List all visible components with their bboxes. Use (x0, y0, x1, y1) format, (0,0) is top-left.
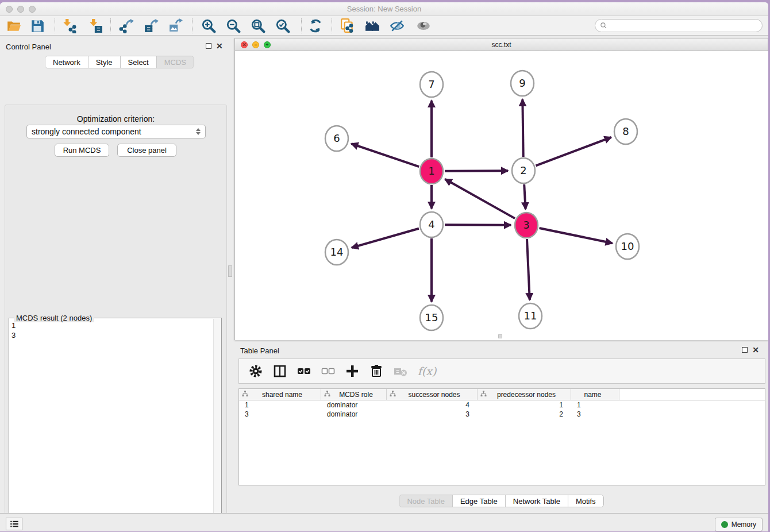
delete-table-disabled-icon (392, 363, 409, 379)
run-mcds-button[interactable]: Run MCDS (55, 144, 109, 157)
close-panel-icon[interactable]: ✕ (216, 43, 223, 49)
import-network-icon[interactable] (60, 18, 78, 33)
node-table: shared nameMCDS rolesuccessor nodesprede… (238, 388, 765, 485)
table-row[interactable]: 3dominator323 (239, 410, 765, 419)
console-button[interactable] (6, 518, 22, 530)
zoom-in-icon[interactable] (200, 18, 217, 33)
export-image-icon[interactable] (167, 18, 184, 33)
select-all-icon[interactable] (295, 363, 313, 379)
duplicate-network-icon[interactable] (338, 18, 356, 33)
control-panel-title: Control Panel (6, 43, 51, 51)
graph-node-8[interactable]: 8 (614, 119, 637, 144)
graph-edge-3-11[interactable] (527, 239, 530, 300)
toolbar-separator (55, 18, 55, 33)
status-bar: Memory (0, 513, 768, 531)
graph-edge-4-3[interactable] (445, 225, 511, 225)
graph-node-6[interactable]: 6 (325, 126, 348, 151)
graph-edge-1-6[interactable] (352, 144, 419, 167)
title-bar[interactable]: Session: New Session (0, 2, 768, 16)
criterion-value: strongly connected component (32, 127, 141, 136)
toolbar-separator (301, 18, 302, 33)
graph-edge-2-3[interactable] (524, 184, 525, 209)
table-tab-network-table[interactable]: Network Table (505, 495, 568, 507)
table-tab-node-table[interactable]: Node Table (399, 495, 452, 507)
mcds-result-lines: 13 (11, 321, 212, 531)
memory-button[interactable]: Memory (715, 518, 763, 531)
graph-node-3[interactable]: 3 (515, 213, 538, 238)
column-header-MCDS-role[interactable]: MCDS role (321, 389, 387, 400)
show-all-icon[interactable] (415, 18, 432, 33)
table-settings-icon[interactable] (247, 363, 264, 379)
network-title: scc.txt (235, 41, 768, 49)
close-panel-button[interactable]: Close panel (117, 144, 176, 157)
tab-network[interactable]: Network (45, 56, 88, 68)
toolbar-separator (332, 18, 332, 33)
deselect-all-icon[interactable] (319, 363, 337, 379)
graph-edge-4-14[interactable] (352, 229, 419, 248)
result-scrollbar[interactable] (213, 319, 221, 531)
split-view-icon[interactable] (271, 363, 288, 379)
table-tab-edge-table[interactable]: Edge Table (452, 495, 505, 507)
tree-sort-icon (480, 391, 487, 399)
tab-mcds[interactable]: MCDS (156, 56, 194, 68)
graph-node-15[interactable]: 15 (420, 305, 443, 330)
tab-style[interactable]: Style (88, 56, 120, 68)
float-panel-icon[interactable] (206, 43, 211, 49)
function-builder-disabled-icon: f(x) (418, 363, 436, 379)
search-icon (600, 22, 607, 29)
network-resize-handle[interactable] (498, 334, 502, 338)
toolbar-separator (110, 18, 111, 33)
graph-node-11[interactable]: 11 (519, 303, 542, 329)
hide-selected-icon[interactable] (388, 18, 406, 33)
cell-shared_name: 1 (239, 401, 321, 409)
tree-sort-icon (390, 391, 396, 399)
close-table-panel-icon[interactable]: ✕ (752, 346, 759, 353)
column-header-successor-nodes[interactable]: successor nodes (387, 389, 478, 400)
network-window-titlebar[interactable]: ✕ − + scc.txt (235, 38, 768, 51)
tab-select[interactable]: Select (120, 56, 156, 68)
main-toolbar (0, 16, 768, 36)
table-panel-title: Table Panel (240, 346, 279, 355)
search-input[interactable] (607, 20, 762, 31)
dropdown-stepper-icon (196, 128, 201, 135)
export-network-icon[interactable] (118, 18, 135, 33)
graph-node-1[interactable]: 1 (420, 159, 443, 184)
float-table-panel-icon[interactable] (742, 347, 748, 353)
zoom-fit-icon[interactable] (249, 18, 267, 33)
zoom-selected-icon[interactable] (274, 18, 291, 33)
graph-edge-2-9[interactable] (522, 99, 523, 157)
graph-node-4[interactable]: 4 (420, 212, 443, 237)
graph-node-7[interactable]: 7 (420, 72, 443, 97)
graph-node-14[interactable]: 14 (325, 240, 348, 265)
table-row[interactable]: 1dominator411 (239, 400, 765, 410)
column-header-predecessor-nodes[interactable]: predecessor nodes (478, 389, 571, 400)
mcds-panel: Optimization criterion: strongly connect… (5, 105, 227, 531)
cell-name: 3 (571, 410, 619, 418)
criterion-dropdown[interactable]: strongly connected component (26, 125, 206, 138)
refresh-view-icon[interactable] (307, 18, 324, 33)
column-header-name[interactable]: name (571, 389, 619, 400)
home-icon[interactable] (364, 18, 381, 33)
table-tab-motifs[interactable]: Motifs (568, 495, 603, 507)
network-graph-canvas[interactable]: 7968124314101511 (235, 51, 768, 340)
graph-edge-2-8[interactable] (536, 137, 611, 165)
cell-predecessor_nodes: 1 (478, 401, 571, 409)
export-table-icon[interactable] (143, 18, 160, 33)
graph-node-label: 3 (523, 219, 529, 231)
column-header-shared-name[interactable]: shared name (239, 389, 321, 400)
table-tabs: Node TableEdge TableNetwork TableMotifs (399, 495, 603, 507)
add-column-icon[interactable] (344, 363, 361, 379)
import-table-icon[interactable] (87, 18, 104, 33)
panel-divider-grip[interactable] (228, 265, 232, 277)
graph-node-label: 7 (428, 78, 434, 90)
open-session-icon[interactable] (5, 18, 22, 33)
save-session-icon[interactable] (29, 18, 46, 33)
graph-edge-3-10[interactable] (540, 228, 613, 243)
graph-node-9[interactable]: 9 (511, 71, 534, 96)
graph-node-10[interactable]: 10 (616, 234, 639, 259)
graph-edge-3-1[interactable] (445, 179, 515, 218)
zoom-out-icon[interactable] (225, 18, 242, 33)
graph-node-2[interactable]: 2 (512, 158, 535, 183)
graph-edge-1-2[interactable] (445, 171, 508, 171)
delete-column-icon[interactable] (368, 363, 385, 379)
